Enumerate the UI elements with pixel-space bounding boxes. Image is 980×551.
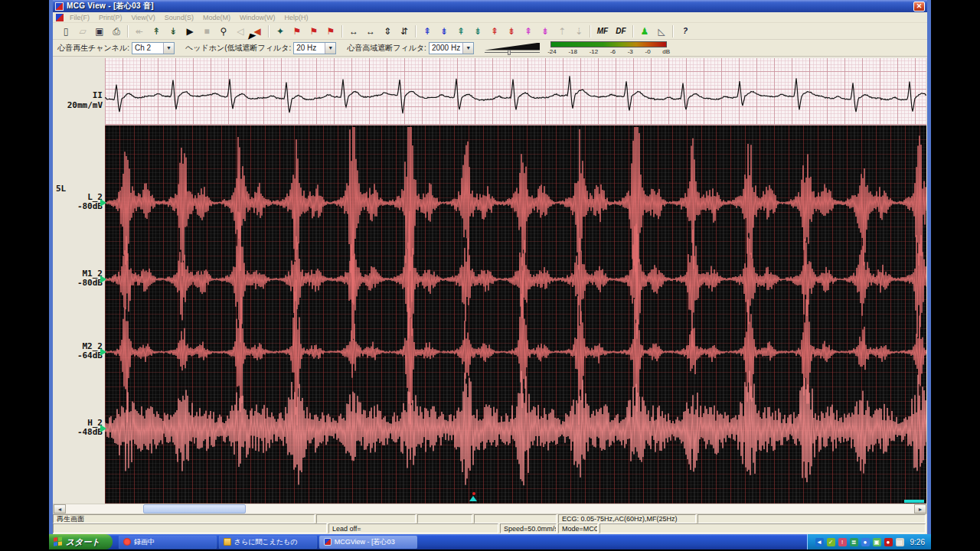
filter-gain-down-button[interactable]: ⇟	[537, 24, 554, 38]
status-bar-top: 再生画面 ECG: 0.05-75Hz,AC(60Hz),MF(25Hz)	[53, 514, 927, 523]
taskbar-tasks: 録画中さらに聞こえたものMCGView - [若心03	[119, 536, 420, 549]
menu-item-window[interactable]: Window(W)	[240, 14, 276, 21]
status-empty-3	[474, 514, 557, 523]
channel-label-gutter: II 20mm/mV 5L L_2-80dBM1_2-80dBM2_2-64dB…	[53, 57, 105, 504]
channel-marker-arrow-icon[interactable]	[100, 348, 106, 356]
patient-button[interactable]: ♟	[636, 24, 653, 38]
tray-alert-icon[interactable]: !	[838, 538, 847, 546]
ecg-lead-label: II 20mm/mV	[67, 90, 103, 110]
play-button[interactable]: ▶	[181, 24, 198, 38]
channel-label-m1_2: M1_2-80dB	[77, 269, 103, 288]
meter-tick-label: -12	[590, 48, 599, 55]
tray-speaker-icon[interactable]: ◄	[815, 538, 824, 546]
taskbar-task-3[interactable]: MCGView - [若心03	[319, 536, 417, 549]
ecg-strip[interactable]	[105, 58, 926, 126]
prev-marker-button[interactable]: ↟	[148, 24, 165, 38]
time-compress-button[interactable]: ↔	[362, 24, 379, 38]
run-button[interactable]: ✦	[272, 24, 289, 38]
highcut-select[interactable]: 2000 Hz ▼	[429, 42, 474, 54]
measure-button[interactable]: ◺	[653, 24, 670, 38]
volume-slider[interactable]	[485, 42, 540, 54]
filter-gain-up-button[interactable]: ⇞	[520, 24, 537, 38]
print-button[interactable]: ⎙	[108, 24, 125, 38]
phonocardiogram-panel[interactable]	[105, 126, 926, 504]
ecg-scale-label: 20mm/mV	[67, 100, 103, 110]
volume-slider-thumb[interactable]	[508, 50, 511, 55]
status-mode-text: 再生画面	[53, 514, 315, 523]
tray-shield-icon[interactable]: ✓	[827, 538, 835, 546]
mute-button: ◁	[232, 24, 249, 38]
taskbar-task-1[interactable]: 録画中	[119, 536, 217, 549]
scroll-right-icon[interactable]: ►	[914, 504, 926, 514]
lowcut-select[interactable]: 20 Hz ▼	[293, 42, 336, 54]
channel-value: Ch 2	[135, 44, 161, 52]
meter-tick-label: -0	[645, 48, 651, 55]
channel-marker-arrow-icon[interactable]	[100, 199, 106, 207]
mcg-gain-down-button[interactable]: ⇟	[469, 24, 486, 38]
tray-network-icon[interactable]: ≣	[850, 538, 858, 546]
horizontal-scrollbar[interactable]: ◄ ►	[53, 504, 927, 514]
sound-gain-down-button[interactable]: ⇟	[503, 24, 520, 38]
menu-item-file[interactable]: File(F)	[70, 14, 90, 21]
meter-tick-label: -24	[547, 48, 557, 55]
phono-trace-l_2	[105, 127, 926, 341]
flag-end-button[interactable]: ⚑	[322, 24, 339, 38]
mf-button[interactable]: MF	[593, 24, 612, 38]
menu-item-help[interactable]: Help(H)	[284, 14, 308, 21]
amp-compress-button[interactable]: ⇵	[396, 24, 413, 38]
taskbar-task-2[interactable]: さらに聞こえたもの	[219, 536, 317, 549]
ecg-gain-down-button[interactable]: ⇟	[436, 24, 452, 38]
menu-bar: File(F)Print(P)View(V)Sound(S)Mode(M)Win…	[53, 12, 927, 23]
window-title: MCG View - [若心03 音]	[67, 1, 154, 11]
toolbar-separator	[632, 25, 634, 37]
menu-item-sound[interactable]: Sound(S)	[165, 14, 194, 21]
df-button[interactable]: DF	[612, 24, 630, 38]
taskbar-clock[interactable]: 9:26	[910, 538, 925, 546]
chevron-down-icon[interactable]: ▼	[163, 43, 174, 54]
range-marker	[904, 500, 924, 503]
menu-item-view[interactable]: View(V)	[132, 14, 155, 21]
flag-start-button[interactable]: ⚑	[289, 24, 305, 38]
amp-expand-button[interactable]: ⇕	[379, 24, 396, 38]
channel-marker-arrow-icon[interactable]	[100, 425, 106, 432]
next-marker-button[interactable]: ↡	[165, 24, 181, 38]
scroll-left-icon[interactable]: ◄	[54, 504, 66, 514]
start-button[interactable]: スタート	[49, 534, 113, 549]
window-icon-small	[56, 14, 64, 21]
channel-marker-arrow-icon[interactable]	[100, 276, 106, 283]
sound-gain-up-button[interactable]: ⇞	[486, 24, 503, 38]
tray-update-icon[interactable]: ▣	[873, 538, 881, 546]
channel-select[interactable]: Ch 2 ▼	[132, 42, 175, 54]
stop-button: ■	[198, 24, 215, 38]
volume-wedge-icon	[485, 43, 540, 51]
zoom-button[interactable]: ⚲	[215, 24, 232, 38]
mcgview-window: MCG View - [若心03 音] ✕ File(F)Print(P)Vie…	[49, 0, 931, 534]
mcg-gain-up-button[interactable]: ⇞	[452, 24, 469, 38]
rec-icon	[123, 538, 131, 546]
scrollbar-track[interactable]	[66, 504, 914, 514]
chevron-down-icon[interactable]: ▼	[462, 43, 473, 54]
time-expand-button[interactable]: ↔	[345, 24, 362, 38]
new-file-button[interactable]: ▯	[57, 24, 74, 38]
ecg-gain-up-button[interactable]: ⇞	[419, 24, 436, 38]
title-bar[interactable]: MCG View - [若心03 音] ✕	[53, 0, 927, 12]
playback-settings-bar: 心音再生チャンネル: Ch 2 ▼ ヘッドホン(低域遮断フィルタ: 20 Hz …	[53, 40, 927, 57]
tray-doc-icon[interactable]: ▤	[896, 538, 904, 546]
channel-gain: -64dB	[77, 351, 103, 360]
flag-mid-button[interactable]: ⚑	[305, 24, 322, 38]
scrollbar-thumb[interactable]	[143, 504, 246, 514]
chevron-down-icon[interactable]: ▼	[325, 43, 335, 54]
context-help-button[interactable]: ?	[676, 24, 694, 38]
phono-waveforms	[105, 126, 926, 504]
close-button[interactable]: ✕	[913, 2, 925, 11]
menu-item-mode[interactable]: Mode(M)	[203, 14, 230, 21]
save-button[interactable]: ▣	[91, 24, 108, 38]
playhead-marker-icon[interactable]	[469, 496, 477, 501]
tray-search-icon[interactable]: ●	[861, 538, 870, 546]
toolbar: ▯▱▣⎙↞↟↡▶■⚲◁◀✦⚑⚑⚑↔↔⇕⇵⇞⇟⇞⇟⇞⇟⇞⇟⇡⇣MFDF♟◺?	[53, 23, 927, 40]
tray-recorder-icon[interactable]: ●	[884, 538, 893, 546]
status-empty-4	[697, 514, 926, 523]
status-empty-2	[417, 514, 472, 523]
status-speed-text: Speed=50.0mm/s	[500, 523, 557, 533]
menu-item-print[interactable]: Print(P)	[99, 14, 122, 21]
